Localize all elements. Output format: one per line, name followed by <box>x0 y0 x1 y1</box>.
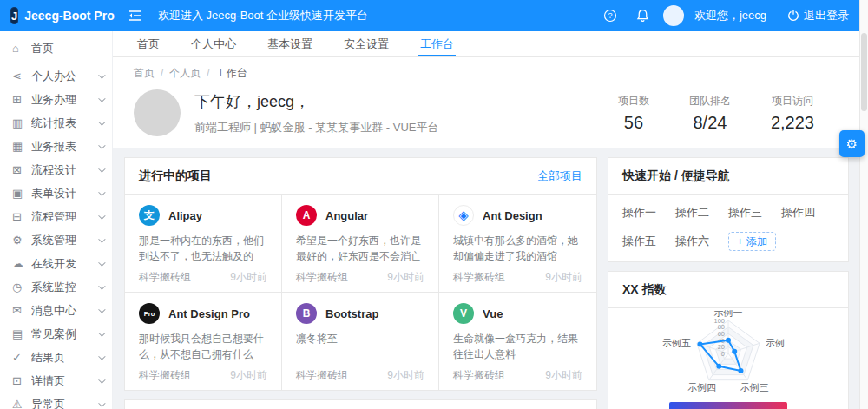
sidebar-item-exception-page[interactable]: ⚠异常页 <box>0 393 112 409</box>
stat-project-visits: 项目访问 2,223 <box>771 94 814 133</box>
menu-fold-icon[interactable] <box>128 10 142 22</box>
scrollbar-thumb[interactable] <box>861 33 867 111</box>
project-card-bootstrap[interactable]: BBootstrap 凛冬将至 科学搬砖组9小时前 <box>282 293 439 390</box>
project-card-alipay[interactable]: 支Alipay 那是一种内在的东西，他们到达不了，也无法触及的 科学搬砖组9小时… <box>125 195 282 293</box>
bar-chart-icon: ▥ <box>12 116 27 129</box>
vue-logo-icon: V <box>453 303 474 324</box>
breadcrumb-personal-page[interactable]: 个人页 <box>169 67 201 79</box>
cluster-icon: ⊞ <box>12 93 27 106</box>
welcome-banner: 欢迎进入 Jeecg-Boot 企业级快速开发平台 <box>158 8 368 23</box>
quick-link-2[interactable]: 操作二 <box>675 205 728 221</box>
tab-personal-center[interactable]: 个人中心 <box>189 31 238 56</box>
project-group-link[interactable]: 科学搬砖组 <box>139 368 191 383</box>
project-time: 9小时前 <box>230 368 267 383</box>
layout-icon: ▤ <box>12 327 27 340</box>
tab-home[interactable]: 首页 <box>135 31 161 56</box>
project-name[interactable]: Ant Design Pro <box>168 307 250 320</box>
top-right-actions: ? 欢迎您，jeecg 退出登录 <box>598 5 859 26</box>
quick-link-4[interactable]: 操作四 <box>781 205 834 221</box>
index-chart-card: XX 指数 020406080100示例一示例二示例三示例四示例五 0 1 <box>608 271 849 409</box>
warning-icon: ⚠ <box>12 398 27 409</box>
page-scrollbar[interactable] <box>859 0 868 409</box>
project-name[interactable]: Bootstrap <box>326 307 378 320</box>
tab-security-settings[interactable]: 安全设置 <box>342 31 391 56</box>
svg-text:示例二: 示例二 <box>766 338 794 348</box>
quick-link-1[interactable]: 操作一 <box>622 205 675 221</box>
brand[interactable]: J Jeecg-Boot Pro <box>0 7 113 24</box>
app-logo-icon: J <box>10 7 18 24</box>
power-icon <box>787 10 799 22</box>
radar-chart: 020406080100示例一示例二示例三示例四示例五 <box>608 308 848 400</box>
tab-workbench[interactable]: 工作台 <box>418 31 456 56</box>
project-time: 9小时前 <box>230 270 267 285</box>
breadcrumb-workbench: 工作台 <box>216 67 247 79</box>
ant-design-logo-icon: ◈ <box>453 205 474 226</box>
chevron-down-icon <box>98 259 105 266</box>
project-group-link[interactable]: 科学搬砖组 <box>296 270 348 285</box>
chevron-down-icon <box>98 165 105 172</box>
profile-avatar[interactable] <box>134 89 181 136</box>
form-icon: ▣ <box>12 187 27 200</box>
plus-icon: + <box>737 235 743 247</box>
cloud-icon: ☁ <box>12 257 27 270</box>
sidebar-item-business-report[interactable]: ▦业务报表 <box>0 135 112 158</box>
svg-text:示例五: 示例五 <box>662 338 691 348</box>
breadcrumb: 首页/个人页/工作台 <box>134 66 838 81</box>
project-time: 9小时前 <box>545 368 582 383</box>
settings-gear-button[interactable]: ⚙ <box>839 130 865 157</box>
project-name[interactable]: Vue <box>483 307 503 320</box>
chevron-down-icon <box>98 71 105 78</box>
project-group-link[interactable]: 科学搬砖组 <box>296 368 348 383</box>
sidebar-item-common-examples[interactable]: ▤常见案例 <box>0 322 112 346</box>
sidebar: ⌂首页 ⋖个人办公 ⊞业务办理 ▥统计报表 ▦业务报表 ⊠流程设计 ▣表单设计 … <box>0 31 113 409</box>
all-projects-link[interactable]: 全部项目 <box>537 168 582 184</box>
message-icon: ✉ <box>12 304 27 317</box>
sidebar-item-online-dev[interactable]: ☁在线开发 <box>0 252 112 275</box>
quick-link-5[interactable]: 操作五 <box>622 234 675 249</box>
sidebar-item-process-design[interactable]: ⊠流程设计 <box>0 158 112 181</box>
sidebar-item-business-handling[interactable]: ⊞业务办理 <box>0 88 112 111</box>
project-card-ant-design-pro[interactable]: ProAnt Design Pro 那时候我只会想自己想要什么，从不想自己拥有什… <box>125 293 282 390</box>
svg-text:?: ? <box>608 11 612 20</box>
breadcrumb-home[interactable]: 首页 <box>134 67 155 79</box>
notification-bell-icon[interactable] <box>631 9 654 23</box>
sidebar-item-system-management[interactable]: ⚙系统管理 <box>0 228 112 252</box>
angular-logo-icon: A <box>296 205 317 226</box>
project-name[interactable]: Angular <box>326 209 368 222</box>
sidebar-item-form-design[interactable]: ▣表单设计 <box>0 181 112 205</box>
project-card-vue[interactable]: VVue 生命就像一盒巧克力，结果往往出人意料 科学搬砖组9小时前 <box>439 293 596 390</box>
quick-link-6[interactable]: 操作六 <box>675 234 728 249</box>
chevron-down-icon <box>98 235 105 242</box>
sidebar-item-home[interactable]: ⌂首页 <box>0 36 112 60</box>
help-question-icon[interactable]: ? <box>598 9 622 23</box>
sidebar-item-personal-office[interactable]: ⋖个人办公 <box>0 64 112 88</box>
quick-link-3[interactable]: 操作三 <box>728 205 781 221</box>
alipay-logo-icon: 支 <box>139 205 160 226</box>
flow-icon: ⊠ <box>12 163 27 176</box>
sidebar-item-message-center[interactable]: ✉消息中心 <box>0 299 112 322</box>
sidebar-item-process-management[interactable]: ⊟流程管理 <box>0 205 112 228</box>
add-quick-link-button[interactable]: +添加 <box>728 232 776 251</box>
user-avatar[interactable] <box>663 5 684 26</box>
stat-team-rank: 团队排名 8/24 <box>689 94 731 133</box>
visual-map-gradient[interactable] <box>669 402 787 409</box>
project-name[interactable]: Ant Design <box>483 209 542 222</box>
greeting-subtitle: 前端工程师 | 蚂蚁金服 - 某某某事业群 - VUE平台 <box>194 120 438 135</box>
project-group-link[interactable]: 科学搬砖组 <box>453 368 505 383</box>
tab-basic-settings[interactable]: 基本设置 <box>266 31 314 56</box>
project-group-link[interactable]: 科学搬砖组 <box>453 270 505 285</box>
sidebar-item-system-monitor[interactable]: ◷系统监控 <box>0 275 112 299</box>
logout-button[interactable]: 退出登录 <box>787 8 849 23</box>
app-title: Jeecg-Boot Pro <box>24 9 114 23</box>
sidebar-item-statistics-report[interactable]: ▥统计报表 <box>0 111 112 135</box>
project-card-ant-design[interactable]: ◈Ant Design 城镇中有那么多的酒馆，她却偏偏走进了我的酒馆 科学搬砖组… <box>439 195 596 293</box>
project-card-angular[interactable]: AAngular 希望是一个好东西，也许是最好的，好东西是不会消亡的 科学搬砖组… <box>282 195 439 293</box>
sidebar-item-result-page[interactable]: ✓结果页 <box>0 346 112 369</box>
project-name[interactable]: Alipay <box>168 209 202 222</box>
user-welcome-text: 欢迎您，jeecg <box>694 8 766 23</box>
sidebar-item-detail-page[interactable]: ⊡详情页 <box>0 369 112 393</box>
chevron-down-icon <box>98 329 105 336</box>
project-group-link[interactable]: 科学搬砖组 <box>139 270 191 285</box>
page-tabs: 首页 个人中心 基本设置 安全设置 工作台 <box>113 31 859 57</box>
svg-text:示例四: 示例四 <box>687 382 716 393</box>
